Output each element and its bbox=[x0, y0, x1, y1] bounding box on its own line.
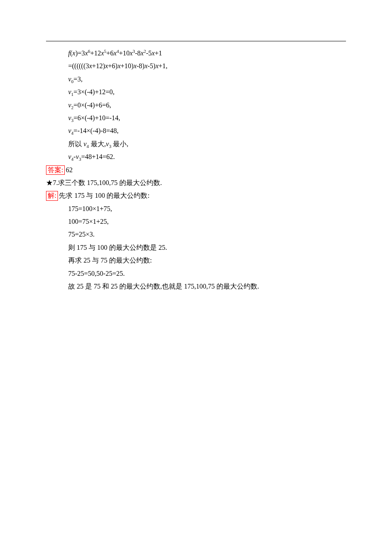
equation-v0: v0=3, bbox=[46, 73, 346, 86]
equation-fx: f(x)=3x6+12x5+6x4+10x3-8x2-5x+1 bbox=[46, 47, 346, 60]
solve-step-7: 故 25 是 75 和 25 的最大公约数,也就是 175,100,75 的最大… bbox=[46, 280, 346, 293]
equation-v3: v3=6×(-4)+10=-14, bbox=[46, 112, 346, 124]
equation-diff: v4-v3=48+14=62. bbox=[46, 150, 346, 163]
answer-label-box: 答案: bbox=[46, 165, 65, 175]
top-horizontal-rule bbox=[46, 41, 346, 41]
equation-v4: v4=-14×(-4)-8=48, bbox=[46, 124, 346, 137]
equation-horner: =((((((3x+12)x+6)x+10)x-8)x-5)x+1, bbox=[46, 60, 346, 72]
star-icon: ★ bbox=[46, 179, 53, 186]
solve-step-1: 175=100×1+75, bbox=[46, 202, 346, 215]
equation-v1: v1=3×(-4)+12=0, bbox=[46, 86, 346, 98]
solve-step-3: 75=25×3. bbox=[46, 228, 346, 241]
solve-step-4: 则 175 与 100 的最大公约数是 25. bbox=[46, 241, 346, 254]
solve-intro: 先求 175 与 100 的最大公约数: bbox=[59, 192, 149, 199]
solve-step-6: 75-25=50,50-25=25. bbox=[46, 267, 346, 280]
question-text: 求三个数 175,100,75 的最大公约数. bbox=[58, 179, 162, 186]
question-number: 7. bbox=[53, 179, 58, 186]
solve-row: 解:先求 175 与 100 的最大公约数: bbox=[46, 189, 346, 202]
answer-value: 62 bbox=[66, 166, 72, 173]
equation-v2: v2=0×(-4)+6=6, bbox=[46, 99, 346, 112]
document-content: f(x)=3x6+12x5+6x4+10x3-8x2-5x+1 =((((((3… bbox=[46, 47, 346, 293]
conclusion-text: 所以 v4 最大,v3 最小, bbox=[46, 138, 346, 150]
solve-step-2: 100=75×1+25, bbox=[46, 215, 346, 228]
solve-label-box: 解: bbox=[46, 191, 58, 201]
answer-row: 答案:62 bbox=[46, 164, 346, 176]
question-7: ★7.求三个数 175,100,75 的最大公约数. bbox=[46, 176, 346, 189]
solve-step-5: 再求 25 与 75 的最大公约数: bbox=[46, 254, 346, 267]
